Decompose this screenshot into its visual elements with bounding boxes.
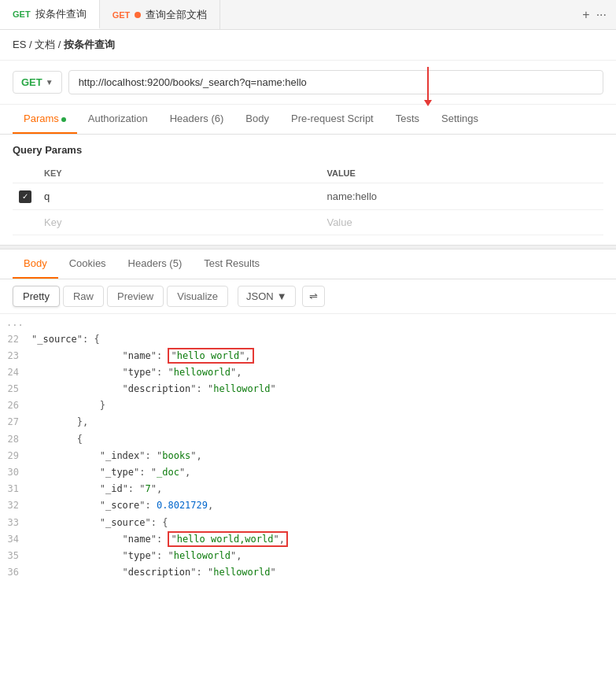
line-num-33: 33 [0, 515, 28, 530]
breadcrumb: ES / 文档 / 按条件查询 [0, 30, 616, 61]
response-tab-headers-label: Headers (5) [128, 257, 183, 269]
nav-tab-params-label: Params [24, 113, 59, 124]
tab-actions: + ··· [582, 8, 616, 22]
json-line-29: 29 "_index": "books", [0, 448, 616, 464]
response-tab-headers[interactable]: Headers (5) [117, 249, 194, 279]
row-checkbox-cell[interactable]: ✓ [13, 183, 38, 210]
json-line-36: 36 "description": "helloworld" [0, 564, 616, 581]
method-select[interactable]: GET ▼ [13, 71, 62, 94]
checkbox-checked[interactable]: ✓ [19, 190, 31, 203]
response-tab-testresults-label: Test Results [204, 257, 260, 269]
row-key-cell[interactable]: q [38, 183, 320, 210]
nav-tabs: Params Authorization Headers (6) Body Pr… [0, 105, 616, 135]
line-num-29: 29 [0, 449, 28, 464]
format-label: JSON [246, 290, 274, 302]
line-num-36: 36 [0, 565, 28, 580]
nav-tab-tests[interactable]: Tests [385, 105, 430, 134]
line-content-34: "name": "hello world,world", [28, 532, 616, 547]
pretty-view-button[interactable]: Pretty [13, 286, 60, 307]
line-content-33: "_source": { [28, 515, 616, 530]
url-bar: GET ▼ [0, 61, 616, 105]
line-num-23: 23 [0, 349, 28, 364]
json-line-34: 34 "name": "hello world,world", [0, 531, 616, 548]
line-content-31: "_id": "7", [28, 482, 616, 497]
tab-2-method: GET [113, 10, 131, 20]
line-num-28: 28 [0, 432, 28, 447]
col-value: VALUE [320, 164, 603, 183]
params-table: KEY VALUE ✓ q name:hello Key Value [13, 164, 603, 235]
breadcrumb-es[interactable]: ES [13, 39, 26, 50]
highlight-box-34: "hello world,world", [168, 531, 288, 547]
empty-key-cell[interactable]: Key [38, 209, 320, 235]
line-num-35: 35 [0, 549, 28, 564]
line-num-32: 32 [0, 498, 28, 513]
json-viewer: ... 22 "_source": { 23 "name": "hello wo… [0, 314, 616, 582]
response-tab-body[interactable]: Body [13, 249, 58, 279]
nav-tab-headers-label: Headers (6) [170, 113, 224, 124]
breadcrumb-docs[interactable]: 文档 [35, 39, 55, 50]
key-placeholder: Key [44, 216, 61, 228]
highlight-box-23: "hello world", [168, 348, 253, 364]
response-tab-body-label: Body [24, 257, 47, 269]
empty-checkbox-cell [13, 209, 38, 235]
line-num-26: 26 [0, 398, 28, 413]
line-content-32: "_score": 0.8021729, [28, 498, 616, 513]
chevron-down-icon: ▼ [277, 290, 287, 302]
chevron-down-icon: ▼ [46, 78, 53, 87]
line-content-24: "type": "helloworld", [28, 365, 616, 380]
line-num-25: 25 [0, 382, 28, 397]
response-tab-testresults[interactable]: Test Results [193, 249, 271, 279]
tab-2[interactable]: GET 查询全部文档 [100, 0, 221, 29]
line-content-22: "_source": { [28, 332, 616, 347]
tab-2-dot [135, 12, 141, 18]
line-num-30: 30 [0, 465, 28, 480]
line-content-25: "description": "helloworld" [28, 382, 616, 397]
json-line-28: 28 { [0, 431, 616, 448]
more-tabs-button[interactable]: ··· [596, 8, 607, 22]
nav-tab-prerequest-label: Pre-request Script [291, 113, 374, 124]
json-line-31: 31 "_id": "7", [0, 481, 616, 497]
line-content-29: "_index": "books", [28, 449, 616, 464]
wrap-button[interactable]: ⇌ [302, 286, 325, 307]
nav-tab-tests-label: Tests [396, 113, 419, 124]
truncated-indicator: ... [0, 314, 616, 331]
json-line-33: 33 "_source": { [0, 515, 616, 531]
nav-tab-authorization[interactable]: Authorization [77, 105, 159, 134]
query-params-section: Query Params KEY VALUE ✓ q name:hello Ke… [0, 135, 616, 245]
wrap-icon: ⇌ [309, 290, 318, 302]
tab-2-name: 查询全部文档 [146, 8, 207, 22]
preview-view-button[interactable]: Preview [107, 286, 164, 307]
nav-tab-settings-label: Settings [441, 113, 478, 124]
line-content-30: "_type": "_doc", [28, 465, 616, 480]
nav-tab-settings[interactable]: Settings [430, 105, 489, 134]
line-content-26: } [28, 398, 616, 413]
json-line-22: 22 "_source": { [0, 331, 616, 348]
raw-view-button[interactable]: Raw [63, 286, 104, 307]
tab-1[interactable]: GET 按条件查询 [0, 0, 100, 29]
format-select[interactable]: JSON ▼ [238, 286, 296, 307]
arrow-line [427, 67, 429, 102]
nav-tab-prerequest[interactable]: Pre-request Script [280, 105, 385, 134]
json-line-35: 35 "type": "helloworld", [0, 548, 616, 564]
line-content-23: "name": "hello world", [28, 349, 616, 364]
json-line-32: 32 "_score": 0.8021729, [0, 497, 616, 514]
json-line-24: 24 "type": "helloworld", [0, 364, 616, 381]
query-params-title: Query Params [13, 144, 603, 156]
nav-tab-body[interactable]: Body [234, 105, 280, 134]
line-content-36: "description": "helloworld" [28, 565, 616, 580]
add-tab-button[interactable]: + [582, 8, 589, 22]
json-line-25: 25 "description": "helloworld" [0, 381, 616, 397]
visualize-view-button[interactable]: Visualize [167, 286, 228, 307]
row-value-cell[interactable]: name:hello [320, 183, 603, 210]
response-tab-cookies-label: Cookies [69, 257, 106, 269]
nav-tab-params[interactable]: Params [13, 105, 77, 134]
breadcrumb-current: 按条件查询 [64, 39, 115, 50]
nav-tab-headers[interactable]: Headers (6) [159, 105, 235, 134]
col-checkbox [13, 164, 38, 183]
response-tab-cookies[interactable]: Cookies [58, 249, 117, 279]
json-line-23: 23 "name": "hello world", [0, 348, 616, 364]
url-input[interactable] [68, 70, 603, 94]
tab-1-name: 按条件查询 [35, 7, 87, 21]
empty-value-cell[interactable]: Value [320, 209, 603, 235]
line-num-22: 22 [0, 332, 28, 347]
